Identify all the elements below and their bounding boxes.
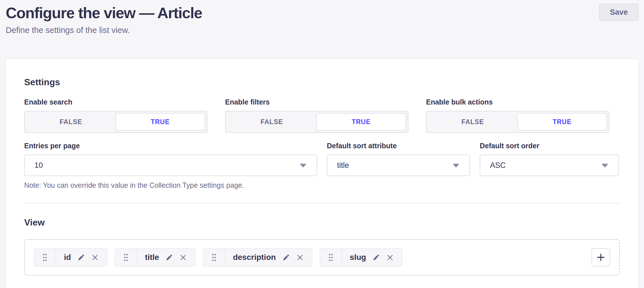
field-chip-slug[interactable]: slug [320, 248, 403, 266]
edit-field-button[interactable] [165, 254, 173, 261]
enable-search-field: Enable search FALSE TRUE [24, 98, 207, 133]
drag-handle-icon [329, 254, 333, 261]
remove-x-icon [386, 254, 394, 261]
enable-filters-toggle: FALSE TRUE [225, 111, 408, 133]
field-chip-label: id [64, 253, 71, 262]
default-sort-attribute-select[interactable]: title [327, 155, 470, 176]
default-sort-order-select[interactable]: ASC [480, 155, 619, 176]
entries-per-page-field: Entries per page 10 Note: You can overri… [24, 141, 317, 190]
remove-field-button[interactable] [386, 254, 394, 261]
enable-filters-true-option[interactable]: TRUE [316, 113, 406, 131]
remove-field-button[interactable] [179, 254, 187, 261]
default-sort-order-label: Default sort order [480, 141, 619, 150]
sort-settings-row: Entries per page 10 Note: You can overri… [24, 141, 620, 190]
enable-bulk-actions-false-option[interactable]: FALSE [428, 113, 517, 131]
field-chip-label: description [233, 253, 276, 262]
enable-filters-field: Enable filters FALSE TRUE [225, 98, 408, 133]
plus-icon [596, 252, 606, 262]
enable-bulk-actions-true-option[interactable]: TRUE [517, 113, 607, 131]
page-subtitle: Define the settings of the list view. [6, 25, 638, 35]
entries-per-page-note: Note: You can override this value in the… [24, 181, 317, 190]
default-sort-order-value: ASC [490, 161, 506, 170]
field-chip-label: slug [350, 253, 366, 262]
add-field-button[interactable] [591, 248, 610, 266]
field-chip-description[interactable]: description [203, 248, 312, 266]
settings-card: Settings Enable search FALSE TRUE Enable… [6, 59, 639, 288]
edit-field-button[interactable] [282, 254, 290, 261]
entries-per-page-value: 10 [34, 161, 43, 170]
caret-down-icon [453, 163, 459, 168]
save-button[interactable]: Save [599, 4, 639, 21]
enable-filters-false-option[interactable]: FALSE [227, 113, 316, 131]
edit-pencil-icon [282, 254, 290, 261]
drag-handle-icon [124, 254, 128, 261]
chip-body: description [225, 249, 312, 266]
edit-pencil-icon [372, 254, 380, 261]
enable-search-toggle: FALSE TRUE [24, 111, 207, 133]
default-sort-attribute-value: title [337, 161, 349, 170]
drag-handle[interactable] [320, 249, 342, 266]
caret-down-icon [300, 163, 306, 168]
field-chip-id[interactable]: id [34, 248, 107, 266]
enable-search-true-option[interactable]: TRUE [115, 113, 205, 131]
field-chip-label: title [145, 253, 159, 262]
enable-search-false-option[interactable]: FALSE [26, 113, 115, 131]
page-header: Configure the view — Article Define the … [0, 0, 644, 35]
remove-field-button[interactable] [296, 254, 304, 261]
view-section-heading: View [24, 217, 620, 228]
drag-handle[interactable] [34, 249, 56, 266]
drag-handle-icon [212, 254, 216, 261]
section-divider [24, 203, 620, 203]
remove-x-icon [91, 254, 99, 261]
edit-pencil-icon [165, 254, 173, 261]
caret-down-icon [602, 163, 608, 168]
default-sort-attribute-label: Default sort attribute [327, 141, 470, 150]
edit-field-button[interactable] [77, 254, 85, 261]
enable-filters-label: Enable filters [225, 98, 408, 106]
edit-field-button[interactable] [372, 254, 380, 261]
toggles-row: Enable search FALSE TRUE Enable filters … [24, 98, 620, 133]
view-fields-dropzone: id [24, 239, 620, 276]
settings-section-heading: Settings [24, 77, 620, 87]
enable-bulk-actions-field: Enable bulk actions FALSE TRUE [426, 98, 609, 133]
drag-handle[interactable] [203, 249, 225, 266]
drag-handle-icon [43, 254, 47, 261]
remove-x-icon [179, 254, 187, 261]
remove-x-icon [296, 254, 304, 261]
edit-pencil-icon [77, 254, 85, 261]
enable-bulk-actions-label: Enable bulk actions [426, 98, 609, 106]
chip-body: title [137, 249, 195, 266]
enable-bulk-actions-toggle: FALSE TRUE [426, 111, 609, 133]
remove-field-button[interactable] [91, 254, 99, 261]
entries-per-page-label: Entries per page [24, 141, 317, 150]
default-sort-attribute-field: Default sort attribute title [327, 141, 470, 176]
chip-body: id [56, 249, 107, 266]
entries-per-page-select[interactable]: 10 [24, 155, 317, 176]
page-title: Configure the view — Article [6, 3, 638, 22]
drag-handle[interactable] [115, 249, 137, 266]
default-sort-order-field: Default sort order ASC [480, 141, 619, 176]
field-chip-title[interactable]: title [115, 248, 196, 266]
chip-body: slug [342, 249, 402, 266]
enable-search-label: Enable search [24, 98, 207, 106]
